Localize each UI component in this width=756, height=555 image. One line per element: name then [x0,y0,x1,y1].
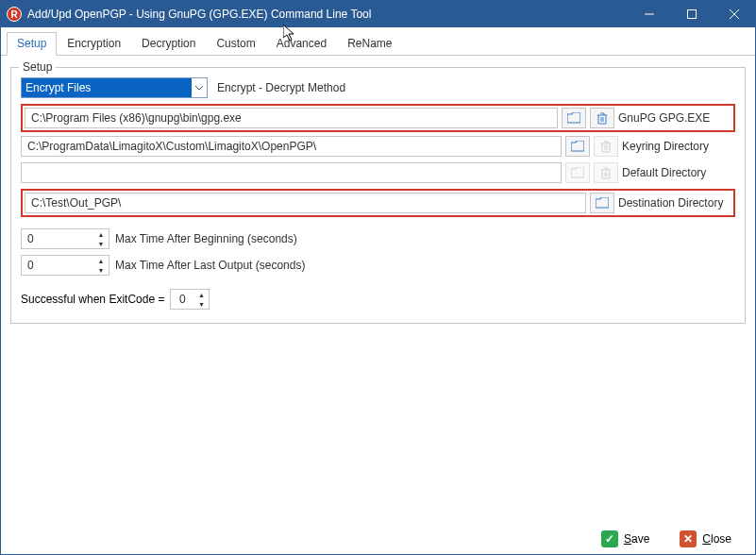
dest-path-input[interactable] [25,193,586,213]
window-controls [628,1,755,27]
titlebar: R Add/Upd OpenPGP - Using GnuPG (GPG.EXE… [1,1,755,27]
dest-path-label: Destination Directory [618,196,731,210]
clear-default-button[interactable] [594,162,618,183]
trash-icon [600,167,612,179]
browse-dest-button[interactable] [590,193,614,213]
close-button[interactable]: ✕ Close [669,526,742,552]
spin-down-icon[interactable]: ▼ [193,299,209,309]
gpg-path-label: GnuPG GPG.EXE [618,111,731,125]
default-path-label: Default Directory [622,166,735,179]
save-button-label: Save [624,532,649,546]
x-icon: ✕ [680,530,697,547]
max-time-last-value: 0 [22,257,93,274]
max-time-begin-spinner[interactable]: 0 ▲ ▼ [21,228,109,249]
keyring-path-input[interactable] [21,136,562,157]
tab-decryption[interactable]: Decryption [131,32,206,56]
exitcode-label: Successful when ExitCode = [21,293,164,306]
exitcode-spinner[interactable]: 0 ▲ ▼ [170,289,210,310]
max-time-begin-value: 0 [22,230,93,247]
close-window-button[interactable] [713,1,755,27]
window-title: Add/Upd OpenPGP - Using GnuPG (GPG.EXE) … [27,8,628,21]
browse-gpg-button[interactable] [562,108,586,128]
check-icon: ✓ [601,530,618,547]
tab-setup[interactable]: Setup [7,32,57,56]
folder-icon [571,167,584,178]
clear-gpg-button[interactable] [590,108,614,128]
app-icon: R [7,7,22,22]
spin-down-icon[interactable]: ▼ [93,265,109,275]
chevron-down-icon [192,84,207,92]
max-time-last-spinner[interactable]: 0 ▲ ▼ [21,255,109,276]
close-button-label: Close [702,532,731,546]
tab-rename[interactable]: ReName [337,32,402,56]
spin-up-icon[interactable]: ▲ [93,256,109,265]
bottom-bar: ✓ Save ✕ Close [1,524,755,554]
tab-advanced[interactable]: Advanced [266,32,337,56]
highlight-gpg: GnuPG GPG.EXE [21,104,735,132]
highlight-dest: Destination Directory [21,189,735,217]
folder-icon [596,197,609,209]
group-label: Setup [19,60,56,74]
tab-custom[interactable]: Custom [206,32,265,56]
max-time-begin-label: Max Time After Beginning (seconds) [115,232,297,245]
tab-encryption[interactable]: Encryption [57,32,131,56]
exitcode-value: 0 [171,291,193,308]
browse-default-button[interactable] [565,162,590,183]
save-button[interactable]: ✓ Save [591,526,660,552]
folder-icon [567,112,580,124]
setup-group: Setup Encrypt Files Encrypt - Decrypt Me… [10,67,746,324]
clear-keyring-button[interactable] [594,136,618,157]
max-time-last-label: Max Time After Last Output (seconds) [115,259,305,272]
minimize-button[interactable] [628,1,670,27]
trash-icon [600,141,612,153]
spin-down-icon[interactable]: ▼ [93,239,109,248]
maximize-button[interactable] [670,1,713,27]
spin-up-icon[interactable]: ▲ [93,229,109,239]
svg-rect-1 [687,10,696,19]
trash-icon [596,112,608,125]
method-combo[interactable]: Encrypt Files [21,77,208,98]
folder-icon [571,141,584,152]
keyring-path-label: Keyring Directory [622,140,735,153]
browse-keyring-button[interactable] [565,136,590,157]
spin-up-icon[interactable]: ▲ [193,290,209,299]
method-combo-value: Encrypt Files [22,78,192,97]
default-path-input[interactable] [21,162,562,183]
content-area: Setup Encrypt Files Encrypt - Decrypt Me… [1,56,755,333]
gpg-path-input[interactable] [25,108,558,128]
tab-bar: Setup Encryption Decryption Custom Advan… [1,27,755,56]
method-label: Encrypt - Decrypt Method [217,81,345,94]
